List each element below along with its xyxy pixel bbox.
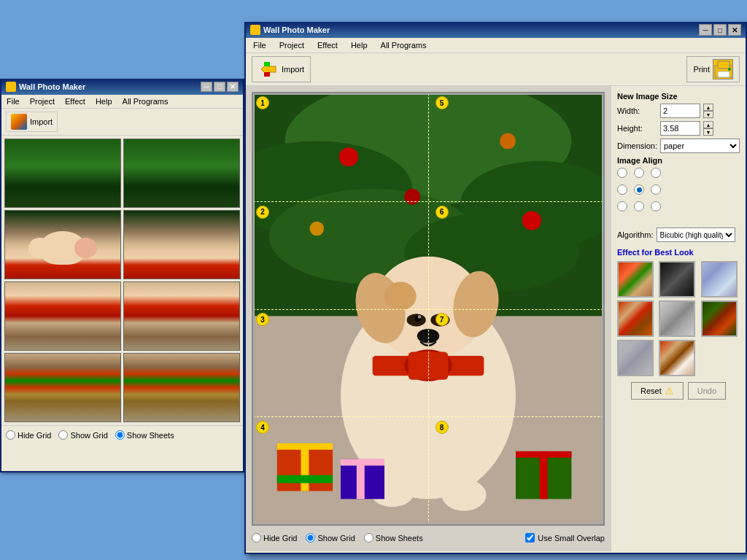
- effect-thumb-6[interactable]: [701, 300, 738, 337]
- main-toolbar: Import Print: [246, 53, 746, 86]
- bg-preview-cell-7: [4, 353, 121, 422]
- main-menu-programs[interactable]: All Programs: [378, 39, 430, 51]
- svg-point-16: [404, 189, 420, 205]
- effect-thumb-3[interactable]: [701, 261, 738, 298]
- svg-rect-45: [540, 451, 548, 499]
- width-row: Width: ▲ ▼: [617, 104, 740, 118]
- dimension-row: Dimension: paper cm inch: [617, 139, 740, 153]
- effect-thumb-5[interactable]: [659, 300, 695, 337]
- height-up-btn[interactable]: ▲: [703, 121, 713, 128]
- effect-8-img: [660, 341, 694, 375]
- main-photo-svg: [253, 93, 603, 526]
- bg-menu-project[interactable]: Project: [28, 96, 57, 106]
- main-maximize-btn[interactable]: □: [713, 24, 727, 36]
- svg-point-27: [418, 315, 421, 318]
- width-up-btn[interactable]: ▲: [703, 104, 713, 111]
- main-title-buttons[interactable]: ─ □ ✕: [699, 24, 741, 36]
- effect-thumb-7[interactable]: [617, 340, 654, 376]
- width-down-btn[interactable]: ▼: [703, 111, 713, 118]
- effect-thumb-8[interactable]: [659, 340, 695, 376]
- main-print-icon: [713, 59, 733, 79]
- svg-point-15: [500, 133, 516, 149]
- bg-show-grid-radio[interactable]: Show Grid: [58, 430, 107, 440]
- align-ml[interactable]: [617, 184, 627, 195]
- main-menu-file[interactable]: File: [250, 39, 269, 51]
- align-br[interactable]: [651, 201, 661, 211]
- svg-point-35: [442, 479, 487, 511]
- main-title-text: Wall Photo Maker: [263, 26, 330, 34]
- svg-point-17: [522, 211, 541, 230]
- svg-point-6: [728, 68, 731, 71]
- bg-radio-bar: Hide Grid Show Grid Show Sheets: [1, 425, 243, 444]
- main-menu-help[interactable]: Help: [348, 39, 371, 51]
- align-tl[interactable]: [617, 168, 627, 178]
- align-mr[interactable]: [651, 184, 661, 195]
- effect-7-img: [619, 341, 652, 375]
- bg-hide-grid-radio[interactable]: Hide Grid: [6, 430, 51, 440]
- main-menu-effect[interactable]: Effect: [314, 39, 341, 51]
- svg-rect-1: [264, 62, 270, 66]
- main-import-button[interactable]: Import: [252, 56, 311, 82]
- effect-grid: [617, 261, 740, 376]
- effect-3-img: [703, 262, 736, 296]
- show-sheets-radio[interactable]: Show Sheets: [364, 533, 423, 542]
- algorithm-row: Algorithm: Bicubic (high quality) Biline…: [617, 228, 740, 242]
- effect-2-img: [660, 262, 694, 296]
- bg-menu-effect[interactable]: Effect: [63, 96, 88, 106]
- svg-rect-2: [264, 72, 270, 77]
- bg-close-btn[interactable]: ✕: [227, 82, 239, 92]
- main-import-icon: [258, 59, 279, 79]
- height-spinner[interactable]: ▲ ▼: [703, 121, 713, 136]
- height-input[interactable]: [660, 121, 700, 136]
- bg-minimize-btn[interactable]: ─: [201, 82, 212, 92]
- bg-import-label: Import: [30, 117, 53, 126]
- bg-menu-bar: File Project Effect Help All Programs: [1, 95, 243, 109]
- use-overlap-checkbox[interactable]: [525, 533, 535, 542]
- photo-grid: 1 2 3 4 5 6 7 8: [252, 92, 605, 526]
- reset-button[interactable]: Reset ⚠: [631, 382, 684, 400]
- show-grid-radio[interactable]: Show Grid: [306, 533, 355, 542]
- bg-import-icon: [11, 114, 27, 130]
- main-print-label: Print: [693, 65, 710, 74]
- dimension-label: Dimension:: [617, 141, 657, 150]
- svg-point-30: [384, 282, 417, 311]
- align-tc[interactable]: [634, 168, 644, 178]
- bg-preview-cell-3: [4, 210, 121, 279]
- effect-thumb-1[interactable]: [617, 261, 654, 298]
- bg-menu-file[interactable]: File: [4, 96, 22, 106]
- align-tr[interactable]: [651, 168, 661, 178]
- bg-menu-programs[interactable]: All Programs: [120, 96, 171, 106]
- svg-rect-42: [357, 459, 365, 499]
- algorithm-select[interactable]: Bicubic (high quality) Bilinear Nearest …: [657, 228, 735, 242]
- svg-rect-5: [718, 71, 729, 77]
- main-app-icon: [250, 25, 260, 35]
- align-mc[interactable]: [634, 184, 644, 195]
- height-down-btn[interactable]: ▼: [703, 128, 713, 136]
- effect-thumb-4[interactable]: [617, 300, 654, 337]
- hide-grid-radio[interactable]: Hide Grid: [252, 533, 297, 542]
- bg-maximize-btn[interactable]: □: [214, 82, 225, 92]
- effect-thumb-2[interactable]: [659, 261, 695, 298]
- use-overlap-label: Use Small Overlap: [538, 534, 605, 542]
- svg-point-28: [442, 315, 445, 318]
- width-spinner[interactable]: ▲ ▼: [703, 104, 713, 118]
- main-print-button[interactable]: Print: [686, 56, 740, 82]
- bg-show-sheets-radio[interactable]: Show Sheets: [115, 430, 174, 440]
- svg-point-29: [417, 329, 440, 343]
- canvas-bottom-bar: Hide Grid Show Grid Show Sheets Use Smal…: [252, 530, 605, 545]
- main-close-btn[interactable]: ✕: [728, 24, 741, 36]
- bg-import-button[interactable]: Import: [6, 112, 58, 132]
- bg-toolbar: Import: [1, 109, 243, 136]
- width-label: Width:: [617, 106, 657, 115]
- bg-title-buttons[interactable]: ─ □ ✕: [201, 82, 239, 92]
- main-menu-project[interactable]: Project: [276, 39, 307, 51]
- bg-app-icon: [6, 82, 16, 92]
- bg-menu-help[interactable]: Help: [93, 96, 115, 106]
- undo-button[interactable]: Undo: [688, 382, 726, 400]
- dimension-select[interactable]: paper cm inch: [660, 139, 740, 153]
- align-bl[interactable]: [617, 201, 627, 211]
- align-bc[interactable]: [634, 201, 644, 211]
- width-input[interactable]: [660, 104, 700, 118]
- main-minimize-btn[interactable]: ─: [699, 24, 712, 36]
- canvas-area: 1 2 3 4 5 6 7 8: [246, 86, 611, 551]
